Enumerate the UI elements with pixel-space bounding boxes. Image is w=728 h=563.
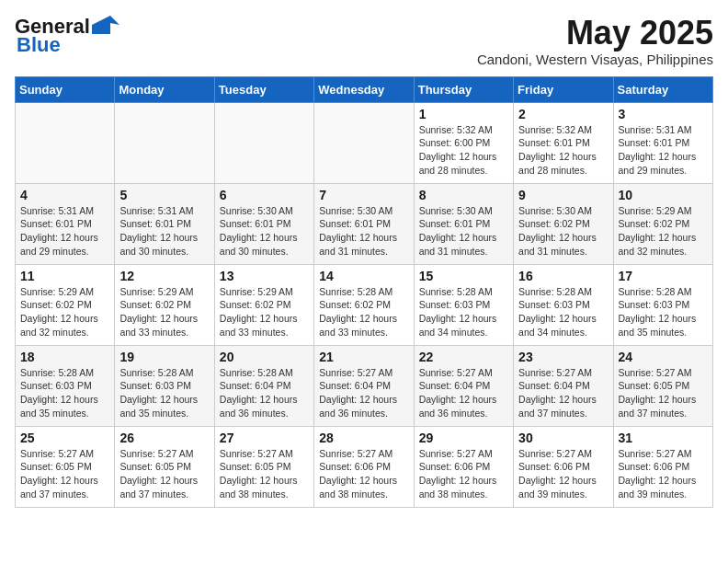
day-number: 7: [319, 188, 408, 202]
day-number: 2: [518, 107, 608, 121]
calendar-cell: 4Sunrise: 5:31 AM Sunset: 6:01 PM Daylig…: [16, 183, 115, 264]
day-info: Sunrise: 5:27 AM Sunset: 6:06 PM Dayligh…: [518, 447, 608, 501]
col-friday: Friday: [514, 76, 613, 102]
calendar-cell: [16, 102, 115, 183]
day-number: 16: [518, 269, 608, 283]
calendar-cell: 9Sunrise: 5:30 AM Sunset: 6:02 PM Daylig…: [514, 183, 613, 264]
calendar-cell: 11Sunrise: 5:29 AM Sunset: 6:02 PM Dayli…: [16, 264, 115, 345]
calendar-cell: [314, 102, 414, 183]
col-saturday: Saturday: [613, 76, 712, 102]
day-info: Sunrise: 5:30 AM Sunset: 6:01 PM Dayligh…: [220, 204, 309, 259]
calendar-cell: 2Sunrise: 5:32 AM Sunset: 6:01 PM Daylig…: [514, 102, 613, 183]
day-number: 8: [419, 188, 508, 202]
day-info: Sunrise: 5:27 AM Sunset: 6:05 PM Dayligh…: [619, 366, 708, 420]
calendar-week-row: 11Sunrise: 5:29 AM Sunset: 6:02 PM Dayli…: [16, 264, 713, 345]
day-number: 18: [20, 350, 109, 364]
calendar-cell: 25Sunrise: 5:27 AM Sunset: 6:05 PM Dayli…: [16, 426, 115, 507]
day-number: 23: [518, 350, 608, 364]
day-number: 10: [619, 188, 708, 202]
calendar-header-row: Sunday Monday Tuesday Wednesday Thursday…: [16, 76, 713, 102]
day-number: 30: [518, 431, 608, 445]
calendar-cell: 20Sunrise: 5:28 AM Sunset: 6:04 PM Dayli…: [214, 345, 313, 426]
day-info: Sunrise: 5:29 AM Sunset: 6:02 PM Dayligh…: [20, 285, 109, 339]
calendar-cell: 10Sunrise: 5:29 AM Sunset: 6:02 PM Dayli…: [613, 183, 712, 264]
day-number: 14: [319, 269, 408, 283]
calendar-cell: 3Sunrise: 5:31 AM Sunset: 6:01 PM Daylig…: [613, 102, 712, 183]
calendar-cell: [214, 102, 313, 183]
location-subtitle: Candoni, Western Visayas, Philippines: [477, 52, 713, 67]
logo-arrow-icon: [92, 16, 119, 34]
calendar-cell: 7Sunrise: 5:30 AM Sunset: 6:01 PM Daylig…: [314, 183, 414, 264]
title-section: May 2025 Candoni, Western Visayas, Phili…: [477, 15, 713, 67]
calendar-cell: 30Sunrise: 5:27 AM Sunset: 6:06 PM Dayli…: [514, 426, 613, 507]
day-number: 27: [220, 431, 309, 445]
day-info: Sunrise: 5:31 AM Sunset: 6:01 PM Dayligh…: [119, 204, 209, 259]
col-wednesday: Wednesday: [314, 76, 414, 102]
col-thursday: Thursday: [414, 76, 513, 102]
day-number: 21: [319, 350, 408, 364]
day-info: Sunrise: 5:28 AM Sunset: 6:03 PM Dayligh…: [119, 366, 209, 420]
calendar-cell: 13Sunrise: 5:29 AM Sunset: 6:02 PM Dayli…: [214, 264, 313, 345]
day-number: 1: [419, 107, 508, 121]
calendar-cell: 27Sunrise: 5:27 AM Sunset: 6:05 PM Dayli…: [214, 426, 313, 507]
day-info: Sunrise: 5:30 AM Sunset: 6:01 PM Dayligh…: [419, 204, 508, 259]
day-number: 13: [220, 269, 309, 283]
calendar-table: Sunday Monday Tuesday Wednesday Thursday…: [15, 76, 713, 508]
day-info: Sunrise: 5:27 AM Sunset: 6:05 PM Dayligh…: [220, 447, 309, 501]
day-info: Sunrise: 5:27 AM Sunset: 6:05 PM Dayligh…: [119, 447, 209, 501]
day-info: Sunrise: 5:28 AM Sunset: 6:02 PM Dayligh…: [319, 285, 408, 339]
day-info: Sunrise: 5:31 AM Sunset: 6:01 PM Dayligh…: [20, 204, 109, 259]
logo: General Blue: [15, 15, 119, 57]
day-info: Sunrise: 5:30 AM Sunset: 6:02 PM Dayligh…: [518, 204, 608, 259]
day-number: 28: [319, 431, 408, 445]
calendar-cell: 12Sunrise: 5:29 AM Sunset: 6:02 PM Dayli…: [115, 264, 214, 345]
calendar-cell: 17Sunrise: 5:28 AM Sunset: 6:03 PM Dayli…: [613, 264, 712, 345]
day-number: 9: [518, 188, 608, 202]
day-info: Sunrise: 5:27 AM Sunset: 6:04 PM Dayligh…: [518, 366, 608, 420]
calendar-cell: 28Sunrise: 5:27 AM Sunset: 6:06 PM Dayli…: [314, 426, 414, 507]
day-info: Sunrise: 5:27 AM Sunset: 6:04 PM Dayligh…: [319, 366, 408, 420]
col-monday: Monday: [115, 76, 214, 102]
day-number: 24: [619, 350, 708, 364]
day-number: 29: [419, 431, 508, 445]
day-info: Sunrise: 5:30 AM Sunset: 6:01 PM Dayligh…: [319, 204, 408, 259]
day-info: Sunrise: 5:31 AM Sunset: 6:01 PM Dayligh…: [619, 123, 708, 178]
calendar-cell: 5Sunrise: 5:31 AM Sunset: 6:01 PM Daylig…: [115, 183, 214, 264]
day-number: 5: [119, 188, 209, 202]
calendar-cell: 19Sunrise: 5:28 AM Sunset: 6:03 PM Dayli…: [115, 345, 214, 426]
day-info: Sunrise: 5:27 AM Sunset: 6:06 PM Dayligh…: [619, 447, 708, 501]
calendar-cell: 18Sunrise: 5:28 AM Sunset: 6:03 PM Dayli…: [16, 345, 115, 426]
day-info: Sunrise: 5:28 AM Sunset: 6:03 PM Dayligh…: [419, 285, 508, 339]
day-info: Sunrise: 5:32 AM Sunset: 6:00 PM Dayligh…: [419, 123, 508, 178]
calendar-cell: 22Sunrise: 5:27 AM Sunset: 6:04 PM Dayli…: [414, 345, 513, 426]
day-info: Sunrise: 5:27 AM Sunset: 6:06 PM Dayligh…: [319, 447, 408, 501]
calendar-cell: 8Sunrise: 5:30 AM Sunset: 6:01 PM Daylig…: [414, 183, 513, 264]
calendar-cell: 29Sunrise: 5:27 AM Sunset: 6:06 PM Dayli…: [414, 426, 513, 507]
day-info: Sunrise: 5:32 AM Sunset: 6:01 PM Dayligh…: [518, 123, 608, 178]
day-info: Sunrise: 5:29 AM Sunset: 6:02 PM Dayligh…: [220, 285, 309, 339]
day-number: 6: [220, 188, 309, 202]
day-number: 4: [20, 188, 109, 202]
day-number: 22: [419, 350, 508, 364]
calendar-cell: 31Sunrise: 5:27 AM Sunset: 6:06 PM Dayli…: [613, 426, 712, 507]
day-info: Sunrise: 5:28 AM Sunset: 6:03 PM Dayligh…: [518, 285, 608, 339]
day-number: 19: [119, 350, 209, 364]
day-info: Sunrise: 5:27 AM Sunset: 6:06 PM Dayligh…: [419, 447, 508, 501]
calendar-cell: 24Sunrise: 5:27 AM Sunset: 6:05 PM Dayli…: [613, 345, 712, 426]
day-number: 26: [119, 431, 209, 445]
calendar-cell: 1Sunrise: 5:32 AM Sunset: 6:00 PM Daylig…: [414, 102, 513, 183]
calendar-week-row: 25Sunrise: 5:27 AM Sunset: 6:05 PM Dayli…: [16, 426, 713, 507]
col-sunday: Sunday: [16, 76, 115, 102]
day-number: 25: [20, 431, 109, 445]
day-number: 31: [619, 431, 708, 445]
logo-blue: Blue: [17, 33, 61, 57]
day-info: Sunrise: 5:27 AM Sunset: 6:05 PM Dayligh…: [20, 447, 109, 501]
calendar-cell: 23Sunrise: 5:27 AM Sunset: 6:04 PM Dayli…: [514, 345, 613, 426]
svg-marker-0: [92, 16, 119, 34]
header: General Blue May 2025 Candoni, Western V…: [15, 15, 713, 67]
page-container: General Blue May 2025 Candoni, Western V…: [15, 15, 713, 508]
calendar-cell: 26Sunrise: 5:27 AM Sunset: 6:05 PM Dayli…: [115, 426, 214, 507]
day-info: Sunrise: 5:29 AM Sunset: 6:02 PM Dayligh…: [619, 204, 708, 259]
calendar-cell: 14Sunrise: 5:28 AM Sunset: 6:02 PM Dayli…: [314, 264, 414, 345]
calendar-cell: 16Sunrise: 5:28 AM Sunset: 6:03 PM Dayli…: [514, 264, 613, 345]
